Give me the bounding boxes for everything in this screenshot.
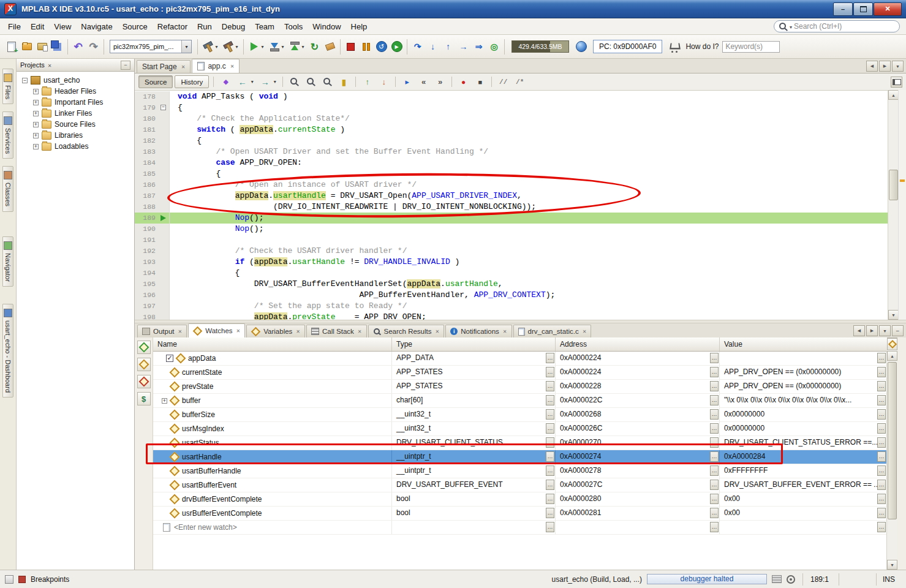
- menu-navigate[interactable]: Navigate: [76, 20, 117, 34]
- bottom-tab-output[interactable]: Output✕: [137, 325, 187, 337]
- memory-view-icon[interactable]: [772, 575, 782, 583]
- expand-icon[interactable]: +: [33, 111, 39, 116]
- tree-node-header-files[interactable]: +Header Files: [17, 86, 134, 97]
- cell-edit-button[interactable]: …: [710, 367, 719, 377]
- stop-macro-button[interactable]: ■: [472, 74, 488, 90]
- cell-edit-button[interactable]: …: [710, 423, 719, 434]
- hex-display-button[interactable]: [137, 392, 151, 405]
- cell-edit-button[interactable]: …: [877, 395, 886, 405]
- cell-edit-button[interactable]: …: [710, 451, 719, 462]
- editor-scrollbar-thumb[interactable]: [889, 170, 898, 200]
- step-into-button[interactable]: ↓: [425, 39, 440, 55]
- read-device-memory-button[interactable]: [287, 39, 302, 55]
- scroll-down-arrow-icon[interactable]: [887, 560, 897, 570]
- close-tab-icon[interactable]: ✕: [181, 64, 186, 70]
- scroll-up-arrow-icon[interactable]: [888, 90, 899, 100]
- cell-edit-button[interactable]: …: [546, 508, 554, 518]
- close-tab-icon[interactable]: ✕: [296, 329, 300, 334]
- cell-edit-button[interactable]: …: [546, 437, 554, 448]
- cell-edit-button[interactable]: …: [546, 466, 554, 476]
- search-dropdown-icon[interactable]: [790, 22, 792, 31]
- fold-collapse-icon[interactable]: −: [160, 105, 166, 110]
- watch-row-buffersize[interactable]: bufferSize__uint32_t…0xA0000268…0x000000…: [153, 408, 887, 422]
- cell-edit-button[interactable]: …: [877, 480, 886, 490]
- ide-log-button[interactable]: [573, 39, 589, 55]
- warning-mark[interactable]: [900, 179, 905, 182]
- editor-tab-start-page[interactable]: Start Page✕: [137, 60, 191, 73]
- column-header-value[interactable]: Value: [720, 337, 887, 351]
- set-pc-button[interactable]: ⇒: [471, 39, 486, 55]
- build-button[interactable]: [200, 39, 216, 55]
- column-header-name[interactable]: Name: [153, 337, 392, 351]
- close-tab-icon[interactable]: ✕: [503, 329, 507, 334]
- menu-window[interactable]: Window: [308, 20, 345, 34]
- watch-row-usartstatus[interactable]: usartStatusDRV_USART_CLIENT_STATUS…0xA00…: [153, 436, 887, 450]
- toggle-bookmark-button[interactable]: ▸: [399, 74, 415, 90]
- find-previous-button[interactable]: [320, 74, 335, 90]
- cell-edit-button[interactable]: …: [710, 494, 719, 504]
- tree-node-libraries[interactable]: +Libraries: [17, 130, 134, 141]
- watch-row-usrbuffereventcomplete[interactable]: usrBufferEventCompletebool…0xA0000281…0x…: [153, 507, 887, 521]
- cell-edit-button[interactable]: …: [877, 466, 886, 476]
- minimize-panel-button[interactable]: [892, 325, 904, 336]
- cell-edit-button[interactable]: …: [877, 508, 886, 518]
- scroll-down-arrow-icon[interactable]: [888, 310, 899, 320]
- menu-refactor[interactable]: Refactor: [153, 20, 192, 34]
- next-occurrence-button[interactable]: ↓: [376, 74, 391, 90]
- bottom-tab-watches[interactable]: Watches✕: [188, 323, 245, 337]
- tab-list-button[interactable]: [892, 61, 904, 72]
- clean-build-button[interactable]: [221, 39, 236, 55]
- focus-pc-button[interactable]: ◎: [486, 39, 502, 55]
- expand-icon[interactable]: +: [33, 100, 39, 105]
- tree-node-important-files[interactable]: +Important Files: [17, 97, 134, 108]
- cell-edit-button[interactable]: …: [710, 381, 719, 391]
- close-tab-icon[interactable]: ✕: [358, 329, 362, 334]
- cell-edit-button[interactable]: …: [546, 367, 554, 377]
- toggle-highlight-button[interactable]: ▮: [336, 74, 352, 90]
- store-button[interactable]: [666, 39, 682, 55]
- expand-icon[interactable]: +: [33, 133, 39, 138]
- bottom-tab-search-results[interactable]: Search Results✕: [368, 325, 445, 337]
- close-tab-icon[interactable]: ✕: [230, 64, 235, 69]
- howdoi-input[interactable]: Keyword(s): [722, 41, 780, 53]
- edit-watch-button[interactable]: [137, 358, 151, 371]
- cell-edit-button[interactable]: …: [546, 409, 554, 420]
- cell-edit-button[interactable]: …: [710, 353, 719, 363]
- menu-debug[interactable]: Debug: [217, 20, 250, 34]
- tree-node-linker-files[interactable]: +Linker Files: [17, 108, 134, 119]
- dropdown-arrow-icon[interactable]: ▾: [249, 74, 255, 90]
- memory-gauge[interactable]: 429.4/633.5MB: [512, 40, 569, 53]
- minimize-button[interactable]: [833, 2, 853, 16]
- cell-edit-button[interactable]: …: [546, 395, 554, 405]
- back-button[interactable]: ←: [235, 74, 250, 90]
- new-file-button[interactable]: [4, 39, 19, 55]
- dropdown-arrow-icon[interactable]: ▾: [233, 39, 240, 55]
- dock-tab-classes[interactable]: Classes: [2, 166, 13, 211]
- cell-edit-button[interactable]: …: [710, 395, 719, 405]
- menu-view[interactable]: View: [49, 20, 76, 34]
- scroll-tabs-left-button[interactable]: [866, 61, 878, 72]
- expand-icon[interactable]: +: [33, 144, 39, 149]
- expand-icon[interactable]: +: [33, 122, 39, 127]
- combo-arrow-icon[interactable]: [181, 40, 191, 53]
- step-out-button[interactable]: ↑: [440, 39, 456, 55]
- bottom-tab-call-stack[interactable]: Call Stack✕: [306, 325, 366, 337]
- pause-button[interactable]: [358, 39, 374, 55]
- cell-edit-button[interactable]: …: [877, 494, 886, 504]
- watch-row-currentstate[interactable]: currentStateAPP_STATES…0xA0000224…APP_DR…: [153, 366, 887, 380]
- panel-minimize-icon[interactable]: [121, 61, 130, 70]
- menu-team[interactable]: Team: [250, 20, 279, 34]
- tab-list-button[interactable]: [879, 325, 891, 336]
- comment-button[interactable]: //: [496, 74, 511, 90]
- tree-node-source-files[interactable]: +Source Files: [17, 119, 134, 130]
- bottom-tab-notifications[interactable]: Notifications✕: [445, 325, 512, 337]
- close-tab-icon[interactable]: ✕: [236, 328, 241, 334]
- dropdown-arrow-icon[interactable]: ▾: [300, 39, 306, 55]
- connection-status-icon[interactable]: [787, 575, 795, 584]
- find-next-button[interactable]: [303, 74, 319, 90]
- watch-row-buffer[interactable]: +bufferchar[60]…0xA000022C…"\\x 0\\x 0\\…: [153, 394, 887, 408]
- collapse-icon[interactable]: −: [22, 78, 28, 83]
- cell-edit-button[interactable]: …: [710, 437, 719, 448]
- watch-row-usartbufferevent[interactable]: usartBufferEventDRV_USART_BUFFER_EVENT…0…: [153, 478, 887, 492]
- editor-vertical-scrollbar[interactable]: [888, 90, 899, 320]
